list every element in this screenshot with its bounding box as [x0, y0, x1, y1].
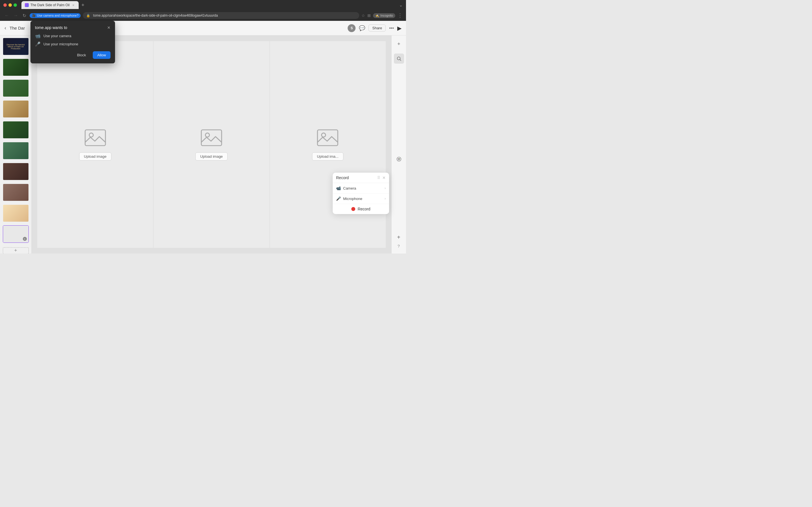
- add-slide-button[interactable]: +: [3, 247, 29, 253]
- url-bar[interactable]: 🔒 tome.app/sarahsworkspace/the-dark-side…: [83, 12, 359, 19]
- svg-point-9: [398, 158, 398, 159]
- slide-thumb-1: Discover the harmful effects of Palm Oil…: [3, 38, 29, 55]
- microphone-permission-label: Use your microphone: [43, 42, 79, 46]
- svg-rect-0: [85, 130, 105, 146]
- svg-point-5: [322, 133, 326, 137]
- image-slot-2[interactable]: Upload image: [153, 41, 269, 248]
- comment-button[interactable]: 💬: [359, 25, 365, 31]
- slide-item-wrapper-9: 9: [3, 205, 29, 224]
- record-panel-close-button[interactable]: ✕: [382, 175, 386, 180]
- upload-image-label-1[interactable]: Upload image: [79, 152, 111, 161]
- slide-thumb-3: [3, 80, 29, 97]
- add-bottom-button[interactable]: +: [394, 232, 404, 242]
- traffic-lights[interactable]: [3, 3, 17, 7]
- slide-item-5[interactable]: [3, 121, 29, 138]
- svg-point-8: [397, 157, 401, 161]
- camera-item-icon: 📹: [35, 33, 41, 39]
- reload-nav-button[interactable]: ↻: [21, 12, 28, 19]
- svg-point-1: [89, 133, 93, 137]
- svg-rect-2: [201, 130, 221, 146]
- microphone-option-left: 🎤 Microphone: [336, 196, 362, 201]
- active-tab[interactable]: The Dark Side of Palm Oil ✕: [21, 1, 79, 9]
- camera-chevron-icon: ›: [385, 186, 386, 190]
- close-window-button[interactable]: [3, 3, 7, 7]
- url-text: tome.app/sarahsworkspace/the-dark-side-o…: [93, 13, 218, 17]
- slide-item-wrapper-10: 10 S: [3, 225, 29, 244]
- record-button-label: Record: [357, 207, 370, 211]
- search-button[interactable]: [394, 54, 404, 64]
- incognito-badge: 🕵 Incognito: [373, 13, 395, 18]
- url-bar-row: ← → ↻ 🎥 Use camera and microphone? 🔒 tom…: [0, 10, 406, 21]
- right-sidebar: + +: [391, 36, 406, 253]
- slide-item-wrapper-6: 6: [3, 142, 29, 161]
- record-button[interactable]: Record: [351, 207, 370, 211]
- reading-mode-icon[interactable]: ⊞: [367, 13, 371, 18]
- block-button[interactable]: Block: [72, 51, 91, 59]
- dialog-header: tome.app wants to ✕: [35, 25, 110, 30]
- slide-thumb-10: S: [3, 226, 29, 242]
- browser-menu-button[interactable]: ⋮: [398, 12, 403, 18]
- record-panel: Record ⠿ ✕ 📹 Camera › 🎤 Microphone › Rec…: [333, 173, 389, 214]
- back-nav-button[interactable]: ←: [3, 12, 10, 19]
- slide-item-wrapper-5: 5: [3, 121, 29, 140]
- record-dot-icon: [351, 207, 355, 211]
- toolbar-left: ‹ The Dar: [4, 25, 25, 31]
- dialog-title: tome.app wants to: [35, 25, 67, 30]
- avatar: S: [348, 24, 356, 32]
- more-options-button[interactable]: •••: [389, 25, 394, 31]
- slide-item-9[interactable]: [3, 205, 29, 222]
- slide-item-8[interactable]: [3, 184, 29, 201]
- new-tab-button[interactable]: +: [80, 2, 86, 9]
- bookmark-icon[interactable]: ☆: [361, 13, 365, 18]
- tab-title: The Dark Side of Palm Oil: [31, 3, 70, 7]
- slide-item-10[interactable]: S: [3, 225, 29, 243]
- tab-bar: The Dark Side of Palm Oil ✕ +: [21, 1, 397, 9]
- image-slot-1[interactable]: Upload image: [37, 41, 153, 248]
- svg-rect-4: [317, 130, 338, 146]
- slide-item-3[interactable]: [3, 79, 29, 97]
- upload-image-label-2[interactable]: Upload image: [195, 152, 227, 161]
- microphone-item-icon: 🎤: [35, 41, 41, 47]
- slide-10-avatar: S: [23, 237, 27, 241]
- slide-thumb-6: [3, 142, 29, 159]
- toolbar-title: The Dar: [10, 25, 25, 31]
- slide-item-2[interactable]: [3, 59, 29, 76]
- forward-nav-button[interactable]: →: [12, 12, 19, 19]
- image-slot-3[interactable]: Upload ima...: [270, 41, 386, 248]
- svg-point-11: [398, 159, 398, 160]
- slide-thumb-7: [3, 163, 29, 180]
- window-chevron-button[interactable]: ⌄: [399, 3, 403, 7]
- help-button[interactable]: ?: [394, 241, 404, 251]
- slide-item-6[interactable]: [3, 142, 29, 159]
- dialog-close-button[interactable]: ✕: [107, 25, 110, 30]
- slide-item-4[interactable]: [3, 100, 29, 118]
- svg-point-3: [205, 133, 209, 137]
- palette-button[interactable]: [394, 154, 404, 164]
- allow-button[interactable]: Allow: [93, 51, 110, 59]
- drag-handle-icon: ⠿: [377, 175, 380, 180]
- camera-permission-label: Use your camera: [43, 34, 71, 38]
- record-panel-title: Record: [336, 175, 349, 180]
- slide-canvas: Upload image Upload image: [32, 36, 391, 253]
- tab-favicon: [25, 3, 29, 7]
- add-content-button[interactable]: +: [394, 39, 404, 49]
- camera-permission-badge[interactable]: 🎥 Use camera and microphone?: [30, 13, 81, 18]
- image-placeholder-icon-1: [84, 129, 107, 148]
- tab-close-button[interactable]: ✕: [71, 3, 75, 7]
- slide-item-1[interactable]: Discover the harmful effects of Palm Oil…: [3, 38, 29, 55]
- camera-option[interactable]: 📹 Camera ›: [333, 183, 389, 193]
- slide-thumb-2: [3, 59, 29, 76]
- camera-option-label: Camera: [343, 186, 356, 190]
- slide-item-7[interactable]: [3, 163, 29, 180]
- main-content: 1 Discover the harmful effects of Palm O…: [0, 36, 406, 253]
- share-button[interactable]: Share: [368, 24, 386, 32]
- slide-item-wrapper-1: 1 Discover the harmful effects of Palm O…: [3, 38, 29, 57]
- upload-image-label-3[interactable]: Upload ima...: [312, 152, 343, 161]
- fullscreen-window-button[interactable]: [13, 3, 17, 7]
- back-button[interactable]: ‹: [4, 25, 6, 31]
- microphone-option[interactable]: 🎤 Microphone ›: [333, 193, 389, 204]
- record-panel-header: Record ⠿ ✕: [333, 173, 389, 183]
- url-bar-actions: ☆ ⊞ 🕵 Incognito ⋮: [361, 12, 403, 18]
- play-button[interactable]: ▶: [397, 25, 402, 32]
- minimize-window-button[interactable]: [8, 3, 12, 7]
